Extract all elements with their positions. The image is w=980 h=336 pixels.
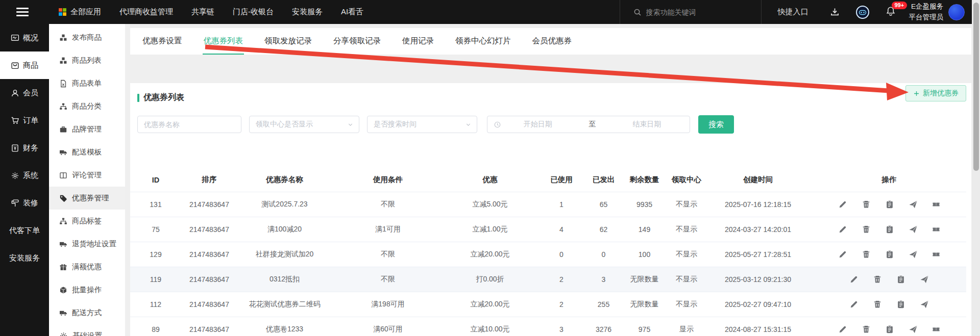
submenu-item-basic-settings[interactable]: 基础设置 [49, 324, 125, 336]
submenu-item-label: 批量操作 [72, 285, 102, 295]
edit-icon[interactable] [838, 200, 847, 209]
delete-icon[interactable] [873, 275, 882, 284]
account-service-name: E企盈服务 [909, 2, 944, 12]
topnav-agent-revenue[interactable]: 代理商收益管理 [119, 7, 173, 17]
tab-share-records[interactable]: 分享领取记录 [332, 36, 382, 55]
submenu-item-delivery-template[interactable]: 配送模板 [49, 141, 125, 164]
table-cell: 4 [536, 217, 587, 242]
ticket-icon[interactable] [932, 200, 940, 209]
send-icon[interactable] [909, 225, 918, 234]
delete-icon[interactable] [862, 225, 871, 234]
sidebar-item-member[interactable]: 会员 [0, 79, 49, 107]
ai-assistant-icon[interactable] [856, 6, 869, 19]
sidebar-item-overview[interactable]: 概况 [0, 24, 49, 51]
time-search-select[interactable]: 是否搜索时间 [367, 116, 477, 133]
submenu-item-coupon[interactable]: 优惠券管理 [49, 187, 125, 210]
records-icon[interactable] [896, 275, 905, 284]
delete-icon[interactable] [862, 325, 871, 334]
submenu-item-brand[interactable]: 品牌管理 [49, 118, 125, 141]
submenu-item-goods-tags[interactable]: 商品标签 [49, 210, 125, 232]
center-display-select[interactable]: 领取中心是否显示 [249, 116, 359, 133]
send-icon[interactable] [909, 325, 918, 334]
send-icon[interactable] [920, 300, 929, 309]
ticket-icon[interactable] [932, 325, 940, 333]
column-header: 优惠 [444, 168, 536, 192]
edit-icon[interactable] [838, 325, 847, 334]
notifications[interactable]: 99+ [886, 6, 896, 18]
date-range-picker[interactable]: 开始日期 至 结束日期 [487, 116, 690, 133]
topnav-share-chain[interactable]: 共享链 [191, 7, 214, 17]
send-icon[interactable] [909, 200, 918, 209]
ticket-icon[interactable] [932, 250, 940, 259]
edit-icon[interactable] [849, 300, 859, 309]
table-cell: 优惠卷1233 [237, 317, 332, 336]
submenu-item-comments[interactable]: 评论管理 [49, 164, 125, 187]
edit-icon[interactable] [849, 275, 859, 284]
sidebar-item-order[interactable]: 订单 [0, 107, 49, 134]
quick-entry-link[interactable]: 快捷入口 [778, 7, 808, 17]
tab-grant-records[interactable]: 领取发放记录 [263, 36, 313, 55]
edit-icon[interactable] [838, 225, 847, 234]
submenu-item-goods-category[interactable]: 商品分类 [49, 95, 125, 118]
sidebar-item-install[interactable]: 安装服务 [0, 244, 49, 272]
topnav-all-apps[interactable]: 全部应用 [58, 7, 101, 17]
tab-coupon-list[interactable]: 优惠券列表 [203, 36, 244, 55]
overview-icon [11, 34, 19, 42]
table-cell-actions [812, 217, 966, 242]
send-icon[interactable] [909, 250, 918, 259]
sidebar-item-valet-order[interactable]: 代客下单 [0, 217, 49, 244]
ticket-icon[interactable] [932, 225, 940, 234]
page-scrollbar[interactable] [972, 0, 980, 336]
submenu-item-publish-goods[interactable]: 发布商品 [49, 26, 125, 49]
topbar-search[interactable] [620, 0, 762, 24]
menu-toggle-icon[interactable] [7, 8, 38, 16]
sidebar-item-deco[interactable]: 装修 [0, 189, 49, 217]
topnav-label: 门店-收银台 [233, 7, 274, 17]
records-icon[interactable] [885, 200, 894, 209]
search-input[interactable] [646, 8, 738, 16]
sidebar-item-finance[interactable]: 财务 [0, 134, 49, 162]
page-title: 优惠券列表 [143, 92, 184, 103]
delete-icon[interactable] [873, 300, 882, 309]
table-row: 892147483647优惠卷1233满60可用立减10.00元33276975… [130, 317, 966, 336]
topnav-ai-tongue[interactable]: AI看舌 [341, 7, 363, 17]
topnav-label: AI看舌 [341, 7, 363, 17]
submenu-item-goods-list[interactable]: 商品列表 [49, 49, 125, 72]
sidebar-item-goods[interactable]: 商品 [0, 51, 49, 79]
tab-usage-records[interactable]: 使用记录 [401, 36, 435, 55]
submenu-item-return-address[interactable]: 退货地址设置 [49, 232, 125, 255]
download-icon[interactable] [830, 7, 840, 17]
submenu-item-delivery-method[interactable]: 配送方式 [49, 301, 125, 324]
topnav-store-cashier[interactable]: 门店-收银台 [233, 7, 274, 17]
submenu-item-goods-form[interactable]: 商品表单 [49, 72, 125, 95]
tab-coupon-center-slides[interactable]: 领券中心幻灯片 [454, 36, 512, 55]
submenu-item-label: 退货地址设置 [72, 239, 116, 249]
records-icon[interactable] [885, 225, 894, 234]
delete-icon[interactable] [862, 200, 871, 209]
coupon-name-input[interactable] [137, 116, 241, 133]
tab-member-coupons[interactable]: 会员优惠券 [531, 36, 573, 55]
add-coupon-button[interactable]: 新增优惠券 [905, 85, 966, 101]
account-info[interactable]: E企盈服务 平台管理员 [909, 2, 944, 23]
system-icon [59, 331, 68, 336]
topnav-install-service[interactable]: 安装服务 [292, 7, 323, 17]
table-cell: 255 [587, 292, 620, 317]
order-icon [11, 116, 19, 125]
avatar[interactable] [948, 4, 965, 20]
plus-icon [913, 90, 920, 97]
records-icon[interactable] [896, 300, 905, 309]
tab-coupon-settings[interactable]: 优惠券设置 [141, 36, 183, 55]
scrollbar-thumb[interactable] [973, 3, 979, 171]
records-icon[interactable] [885, 325, 894, 334]
submenu-item-batch[interactable]: 批量操作 [49, 278, 125, 301]
edit-icon[interactable] [838, 250, 847, 259]
file-icon [59, 80, 67, 88]
table-cell: 1 [536, 192, 587, 217]
column-header: 已发出 [587, 168, 620, 192]
send-icon[interactable] [920, 275, 929, 284]
sidebar-item-system[interactable]: 系统 [0, 162, 49, 189]
submenu-item-full-discount[interactable]: 满额优惠 [49, 255, 125, 278]
search-button[interactable]: 搜索 [698, 115, 734, 134]
records-icon[interactable] [885, 250, 894, 259]
delete-icon[interactable] [862, 250, 871, 259]
